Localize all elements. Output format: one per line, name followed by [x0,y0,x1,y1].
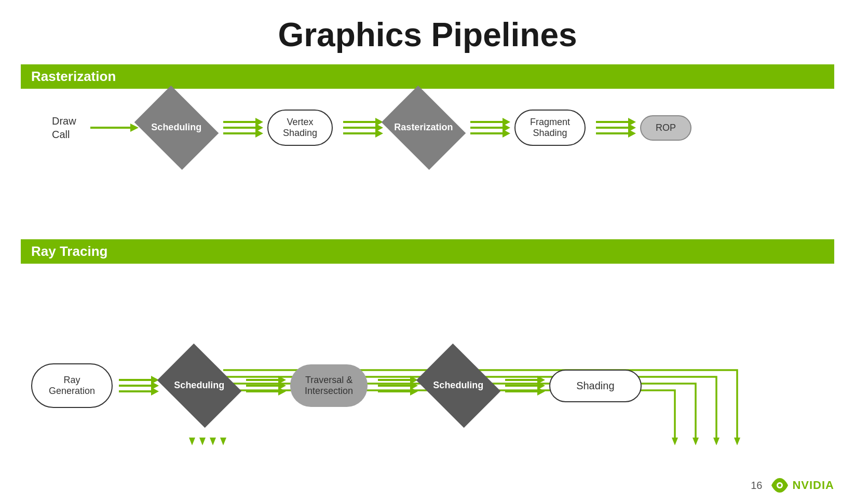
nvidia-text: NVIDIA [792,479,834,492]
draw-call-label: DrawCall [52,114,88,141]
svg-marker-7 [189,438,195,445]
slide: Graphics Pipelines Rasterization DrawCal… [0,0,855,504]
scheduling-label-rast: Scheduling [151,121,201,133]
svg-point-9 [778,484,781,487]
triple-arrow-1 [223,121,257,134]
svg-marker-5 [210,438,216,445]
traversal-intersection-node: Traversal &Intersection [290,364,368,407]
triple-arrow-3 [470,121,504,134]
rt-triple-arrow-1 [119,379,153,392]
svg-marker-6 [199,438,206,445]
slide-footer: 16 NVIDIA [751,476,834,495]
triple-arrow-2 [343,121,377,134]
rt-triple-arrow-4 [505,379,539,392]
rt-scheduling-label-1: Scheduling [174,379,225,391]
page-number: 16 [751,480,762,492]
arrow-1 [90,127,132,129]
ray-tracing-section: Ray Tracing [21,239,834,264]
vertex-shading-node: VertexShading [267,110,333,146]
svg-marker-1 [713,438,720,445]
nvidia-eye-icon [770,476,789,495]
svg-marker-0 [734,438,740,445]
rasterization-label: Rasterization [395,121,453,133]
svg-marker-4 [220,438,226,445]
rt-scheduling-diamond-1: Scheduling [163,357,236,414]
rt-pipeline-row: RayGeneration Scheduling [21,357,834,414]
nvidia-logo: NVIDIA [770,476,834,495]
rt-scheduling-label-2: Scheduling [433,379,484,391]
rasterization-pipeline: DrawCall Scheduling VertexShading [21,99,834,156]
page-title: Graphics Pipelines [21,0,834,64]
shading-node: Shading [549,370,641,402]
svg-marker-3 [672,438,678,445]
ray-tracing-area: RayGeneration Scheduling [21,357,834,504]
rasterization-section-bar: Rasterization [21,64,834,89]
triple-arrow-4 [596,121,630,134]
rt-scheduling-diamond-2: Scheduling [422,357,495,414]
rasterization-diamond: Rasterization [387,99,460,156]
svg-marker-2 [693,438,699,445]
rt-triple-arrow-2 [246,379,280,392]
ray-generation-node: RayGeneration [31,363,113,408]
rop-node: ROP [640,115,691,141]
ray-tracing-section-bar: Ray Tracing [21,239,834,264]
scheduling-diamond-rast: Scheduling [140,99,213,156]
fragment-shading-node: FragmentShading [514,110,586,146]
rt-triple-arrow-3 [378,379,412,392]
